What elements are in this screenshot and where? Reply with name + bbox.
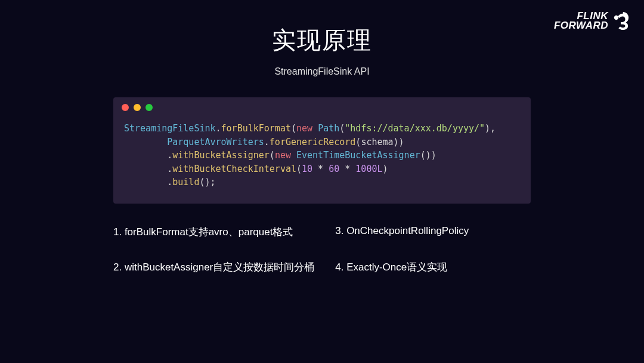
code-window: StreamingFileSink.forBulkFormat(new Path… [113, 97, 531, 204]
flink-forward-logo: FLINK FORWARD [554, 11, 630, 31]
bullet-3: 3. OnCheckpointRollingPolicy [335, 225, 531, 239]
close-dot-icon [122, 104, 129, 111]
window-dots [113, 97, 531, 111]
code-body: StreamingFileSink.forBulkFormat(new Path… [113, 111, 531, 204]
bullet-2: 2. withBucketAssigner自定义按数据时间分桶 [113, 260, 329, 274]
bullet-4: 4. Exactly-Once语义实现 [335, 260, 531, 274]
minimize-dot-icon [134, 104, 141, 111]
bullet-1: 1. forBulkFormat支持avro、parquet格式 [113, 225, 329, 239]
page-title: 实现原理 [0, 24, 644, 57]
logo-line2: FORWARD [554, 21, 608, 30]
bullet-grid: 1. forBulkFormat支持avro、parquet格式 3. OnCh… [113, 225, 531, 274]
squirrel-icon [612, 11, 630, 31]
page-subtitle: StreamingFileSink API [0, 66, 644, 77]
maximize-dot-icon [145, 104, 153, 111]
